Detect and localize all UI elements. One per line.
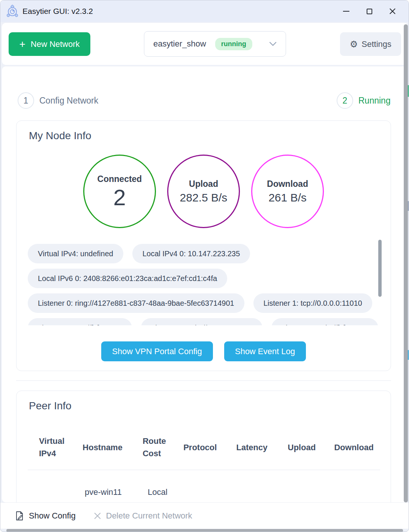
close-icon <box>389 8 396 15</box>
tag-listener-0: Listener 0: ring://4127e881-c837-48aa-9b… <box>28 293 244 313</box>
close-button[interactable] <box>381 0 404 22</box>
node-info-title: My Node Info <box>29 130 91 142</box>
chevron-down-icon <box>269 42 277 46</box>
cell-hostname: pve-win11 <box>85 487 148 497</box>
node-info-card: My Node Info Connected 2 Upload 282.5 B/… <box>16 120 391 371</box>
table-row: pve-win11 Local <box>16 470 391 497</box>
tag-listener-4: Listener 4: udp://[::]:11010 <box>271 318 378 325</box>
show-config-button[interactable]: Show Config <box>15 511 76 521</box>
tag-virtual-ipv4: Virtual IPv4: undefined <box>28 244 123 263</box>
upload-stat-circle: Upload 282.5 B/s <box>167 155 240 228</box>
show-vpn-portal-config-button[interactable]: Show VPN Portal Config <box>101 341 213 361</box>
app-logo-icon <box>6 5 19 18</box>
tag-row: Local IPv6 0: 2408:8266:e01:23ca:ad1c:e7… <box>28 269 383 288</box>
column-protocol: Protocol <box>183 441 236 454</box>
cell-virtual-ipv4 <box>39 487 85 497</box>
settings-button[interactable]: ⚙ Settings <box>340 32 401 56</box>
step-running: 2 Running <box>337 92 391 109</box>
download-stat-circle: Download 261 B/s <box>251 155 324 228</box>
column-virtual-ipv4: Virtual IPv4 <box>39 435 82 460</box>
maximize-icon <box>367 9 372 14</box>
node-tags-area[interactable]: Virtual IPv4: undefined Local IPv4 0: 10… <box>28 244 383 325</box>
main-content: 1 Config Network 2 Running My Node Info … <box>2 66 408 502</box>
column-upload: Upload <box>288 441 334 454</box>
horizontal-scrollbar[interactable] <box>6 529 403 532</box>
tag-listener-2: Listener 2: tcp://[::]:11010 <box>28 318 132 325</box>
new-network-label: New Network <box>31 39 80 49</box>
step1-circle: 1 <box>18 92 34 109</box>
delete-x-icon <box>94 512 101 520</box>
peer-info-card: Peer Info Virtual IPv4 Hostname Route Co… <box>16 391 391 502</box>
step2-label: Running <box>358 96 391 106</box>
download-label: Download <box>267 179 308 189</box>
new-network-button[interactable]: + New Network <box>9 32 90 56</box>
step-config-network: 1 Config Network <box>18 92 98 109</box>
column-hostname: Hostname <box>82 441 142 454</box>
show-event-log-button[interactable]: Show Event Log <box>224 341 306 361</box>
window-controls <box>334 0 404 22</box>
upload-label: Upload <box>189 179 218 189</box>
column-latency: Latency <box>236 441 288 454</box>
tag-listener-1: Listener 1: tcp://0.0.0.0:11010 <box>253 293 372 313</box>
window-title: Easytier GUI: v2.3.2 <box>22 7 93 16</box>
section-divider <box>16 380 391 381</box>
connected-value: 2 <box>113 186 126 209</box>
step2-circle: 2 <box>337 92 353 109</box>
network-select[interactable]: easytier_show running <box>144 31 286 57</box>
upload-value: 282.5 B/s <box>180 191 228 204</box>
vertical-scrollbar[interactable] <box>404 24 408 502</box>
tags-scrollbar[interactable] <box>378 240 382 297</box>
footer-bar: Show Config Delete Current Network <box>0 502 409 529</box>
peer-table-header: Virtual IPv4 Hostname Route Cost Protoco… <box>16 425 391 470</box>
settings-label: Settings <box>362 39 392 49</box>
tag-row: Virtual IPv4: undefined Local IPv4 0: 10… <box>28 244 383 263</box>
file-edit-icon <box>15 511 24 521</box>
show-config-label: Show Config <box>29 511 76 521</box>
connected-stat-circle: Connected 2 <box>83 155 156 228</box>
app-window: Easytier GUI: v2.3.2 + New Network easyt… <box>0 0 409 532</box>
plus-icon: + <box>19 39 25 50</box>
node-buttons-row: Show VPN Portal Config Show Event Log <box>16 341 391 361</box>
peer-info-title: Peer Info <box>29 400 72 412</box>
tag-local-ipv6: Local IPv6 0: 2408:8266:e01:23ca:ad1c:e7… <box>28 269 227 288</box>
step1-label: Config Network <box>39 96 98 106</box>
network-name: easytier_show <box>153 39 206 49</box>
delete-network-label: Delete Current Network <box>106 511 192 521</box>
tag-local-ipv4: Local IPv4 0: 10.147.223.235 <box>132 244 250 263</box>
download-value: 261 B/s <box>268 191 307 204</box>
delete-current-network-button[interactable]: Delete Current Network <box>94 511 192 521</box>
title-bar: Easytier GUI: v2.3.2 <box>0 0 409 22</box>
column-download: Download <box>334 441 391 454</box>
tag-row: Listener 0: ring://4127e881-c837-48aa-9b… <box>28 293 383 313</box>
column-route-cost: Route Cost <box>142 435 183 460</box>
minimize-icon <box>343 11 349 12</box>
peer-table: Virtual IPv4 Hostname Route Cost Protoco… <box>16 425 391 497</box>
tag-listener-3: Listener 3: udp://0.0.0.0:11010 <box>141 318 262 325</box>
tag-row: Listener 2: tcp://[::]:11010 Listener 3:… <box>28 318 383 325</box>
network-status-badge: running <box>215 38 252 50</box>
cell-route-cost: Local <box>148 487 190 497</box>
node-stats-row: Connected 2 Upload 282.5 B/s Download 26… <box>16 155 391 230</box>
gear-icon: ⚙ <box>350 40 358 49</box>
connected-label: Connected <box>97 174 142 184</box>
minimize-button[interactable] <box>334 0 358 22</box>
maximize-button[interactable] <box>358 0 381 22</box>
toolbar: + New Network easytier_show running ⚙ Se… <box>2 23 408 65</box>
